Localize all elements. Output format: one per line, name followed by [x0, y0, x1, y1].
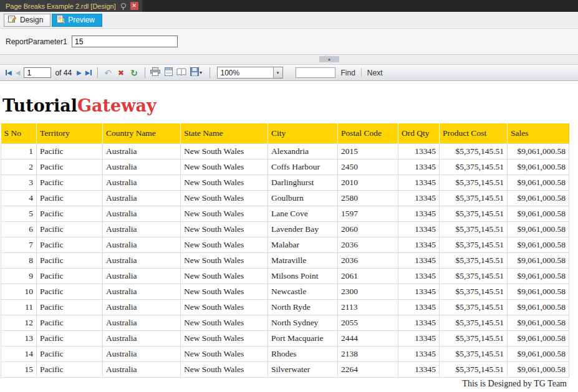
table-cell: $5,375,145.51: [440, 331, 508, 347]
table-row: 1PacificAustraliaNew South WalesAlexandr…: [1, 144, 569, 160]
tab-preview[interactable]: Preview: [52, 14, 102, 27]
table-cell: Australia: [103, 191, 181, 206]
parameter-splitter: ▴: [0, 55, 578, 65]
table-cell: New South Wales: [181, 222, 268, 237]
table-cell: Australia: [103, 206, 181, 222]
table-cell: Australia: [103, 160, 181, 175]
first-page-button[interactable]: ◀: [4, 70, 14, 76]
table-row: 8PacificAustraliaNew South WalesMatravil…: [1, 253, 569, 269]
table-cell: Australia: [103, 362, 181, 378]
table-cell: 13345: [398, 144, 440, 160]
table-cell: $9,061,000.58: [508, 237, 569, 253]
table-cell: $5,375,145.51: [440, 160, 508, 175]
table-row: 6PacificAustraliaNew South WalesLavender…: [1, 222, 569, 237]
table-cell: 13: [1, 331, 37, 347]
table-cell: $5,375,145.51: [440, 206, 508, 222]
table-cell: 2450: [338, 160, 398, 175]
table-cell: 13345: [398, 222, 440, 237]
table-cell: Pacific: [37, 253, 103, 269]
table-cell: Pacific: [37, 331, 103, 347]
header-cell: S No: [1, 123, 37, 144]
table-cell: $9,061,000.58: [508, 160, 569, 175]
table-cell: 12: [1, 315, 37, 331]
table-row: 2PacificAustraliaNew South WalesCoffs Ha…: [1, 160, 569, 175]
table-cell: 3: [1, 175, 37, 191]
page-number-input[interactable]: [24, 67, 51, 78]
table-cell: 13345: [398, 331, 440, 347]
document-tab[interactable]: Page Breaks Example 2.rdl [Design] ✕: [0, 0, 142, 12]
toolbar-separator: [361, 69, 362, 77]
table-cell: $9,061,000.58: [508, 253, 569, 269]
table-cell: $9,061,000.58: [508, 362, 569, 378]
table-cell: 13345: [398, 175, 440, 191]
table-row: 9PacificAustraliaNew South WalesMilsons …: [1, 269, 569, 284]
table-cell: Australia: [103, 253, 181, 269]
table-cell: Port Macquarie: [268, 331, 338, 347]
table-cell: 8: [1, 253, 37, 269]
back-button[interactable]: ↶: [102, 67, 115, 79]
table-cell: $5,375,145.51: [440, 315, 508, 331]
toolbar-separator: [210, 67, 210, 78]
close-icon[interactable]: ✕: [130, 2, 138, 10]
table-cell: $5,375,145.51: [440, 175, 508, 191]
export-button[interactable]: ▾: [188, 67, 206, 79]
table-header-row: S NoTerritoryCountry NameState NameCityP…: [1, 123, 569, 144]
table-row: 13PacificAustraliaNew South WalesPort Ma…: [1, 331, 569, 347]
table-cell: $9,061,000.58: [508, 284, 569, 300]
table-cell: Pacific: [37, 315, 103, 331]
table-cell: $9,061,000.58: [508, 331, 569, 347]
table-row: 11PacificAustraliaNew South WalesNorth R…: [1, 300, 569, 315]
table-cell: 2061: [338, 269, 398, 284]
table-cell: $5,375,145.51: [440, 222, 508, 237]
document-tab-label: Page Breaks Example 2.rdl [Design]: [6, 2, 116, 10]
table-cell: 13345: [398, 300, 440, 315]
page-count-label: of 44: [55, 69, 72, 77]
stop-button[interactable]: ✖: [115, 67, 128, 79]
find-next-button[interactable]: Next: [367, 69, 383, 77]
find-input[interactable]: [296, 67, 335, 78]
tab-preview-label: Preview: [68, 16, 95, 24]
parameter-input[interactable]: [72, 36, 178, 47]
table-cell: New South Wales: [181, 144, 268, 160]
header-cell: Country Name: [103, 123, 181, 144]
table-cell: 13345: [398, 253, 440, 269]
refresh-button[interactable]: ↻: [128, 67, 141, 79]
parameter-panel: ReportParameter1: [0, 29, 578, 55]
table-cell: Australia: [103, 144, 181, 160]
logo-text-red: Gateway: [77, 96, 157, 115]
table-row: 14PacificAustraliaNew South WalesRhodes2…: [1, 347, 569, 362]
table-cell: Pacific: [37, 222, 103, 237]
zoom-value: 100%: [218, 67, 273, 78]
table-cell: 13345: [398, 315, 440, 331]
printer-icon: [150, 67, 160, 78]
toolbar-separator: [97, 67, 98, 78]
table-cell: Pacific: [37, 269, 103, 284]
tab-design[interactable]: Design: [4, 14, 51, 27]
table-cell: 2060: [338, 222, 398, 237]
find-button[interactable]: Find: [341, 69, 355, 77]
collapse-handle[interactable]: ▴: [319, 56, 339, 62]
table-cell: 2055: [338, 315, 398, 331]
design-icon: [8, 15, 17, 25]
table-cell: 2264: [338, 362, 398, 378]
zoom-select[interactable]: 100% ▾: [217, 67, 283, 79]
table-cell: Australia: [103, 331, 181, 347]
next-page-button[interactable]: ▶: [75, 70, 84, 76]
last-page-button[interactable]: ▶: [84, 70, 94, 76]
toolbar-separator: [145, 67, 145, 78]
print-button[interactable]: [149, 67, 162, 79]
table-cell: Pacific: [37, 347, 103, 362]
table-cell: $9,061,000.58: [508, 175, 569, 191]
export-save-icon: [190, 67, 199, 78]
page-setup-button[interactable]: [175, 67, 188, 79]
mode-tab-bar: Design Preview: [0, 12, 578, 29]
zoom-dropdown-icon[interactable]: ▾: [273, 67, 282, 78]
print-layout-button[interactable]: [162, 67, 175, 79]
previous-page-button[interactable]: ◀: [14, 70, 22, 76]
header-cell: State Name: [181, 123, 268, 144]
table-cell: Australia: [103, 237, 181, 253]
table-cell: New South Wales: [181, 191, 268, 206]
table-cell: New South Wales: [181, 269, 268, 284]
table-cell: $5,375,145.51: [440, 347, 508, 362]
pin-icon[interactable]: [120, 2, 126, 10]
